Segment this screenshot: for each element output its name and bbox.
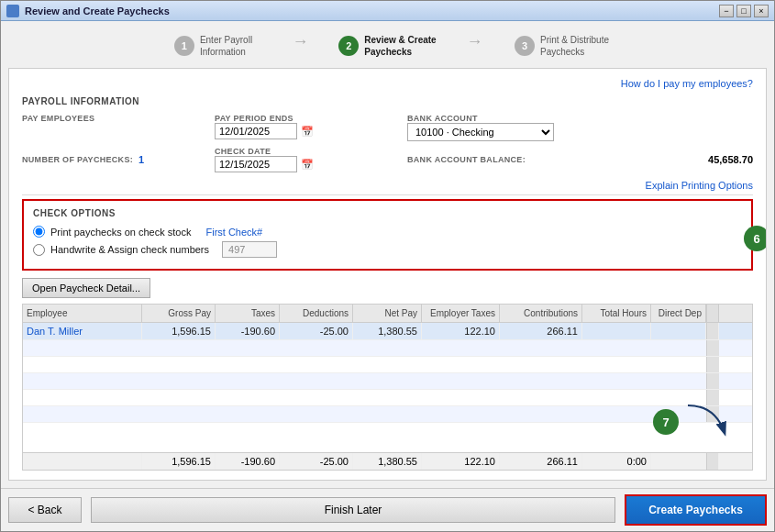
col-gross-pay: Gross Pay	[142, 305, 216, 322]
payroll-info-title: PAYROLL INFORMATION	[22, 96, 753, 106]
total-employer-taxes: 122.10	[422, 453, 500, 470]
create-paychecks-button[interactable]: Create Paychecks	[625, 494, 767, 526]
bank-account-group: BANK ACCOUNT 10100 · Checking	[407, 114, 753, 141]
help-link[interactable]: How do I pay my employees?	[22, 78, 753, 89]
wizard-steps: 1 Enter PayrollInformation → 2 Review & …	[1, 21, 774, 68]
balance-group: BANK ACCOUNT BALANCE: 45,658.70	[407, 147, 753, 172]
bottom-bar: < Back Finish Later Create Paychecks	[1, 488, 774, 531]
total-net-pay: 1,380.55	[353, 453, 422, 470]
paycheck-table: Employee Gross Pay Taxes Deductions Net …	[22, 304, 753, 471]
bank-account-dropdown-row: 10100 · Checking	[407, 123, 753, 141]
check-options-section: CHECK OPTIONS Print paychecks on check s…	[22, 199, 753, 271]
cell-employee[interactable]: Dan T. Miller	[23, 323, 142, 339]
handwrite-option-row: Handwrite & Assign check numbers	[33, 241, 742, 258]
step-1-circle: 1	[174, 36, 194, 56]
title-bar: Review and Create Paychecks − □ ×	[1, 1, 774, 21]
cell-employer-taxes: 122.10	[422, 323, 500, 339]
print-label: Print paychecks on check stock	[50, 227, 191, 238]
step-1-label: Enter PayrollInformation	[200, 34, 252, 58]
pay-employees-value	[22, 123, 205, 134]
num-paychecks-group: NUMBER OF PAYCHECKS: 1	[22, 147, 205, 172]
wizard-step-1: 1 Enter PayrollInformation	[149, 34, 278, 58]
scrollbar-header	[706, 305, 719, 322]
close-button[interactable]: ×	[754, 5, 769, 17]
num-paychecks-value: 1	[138, 154, 144, 165]
empty-row-6	[23, 406, 752, 423]
num-paychecks-label: NUMBER OF PAYCHECKS:	[22, 155, 133, 164]
main-content-area: How do I pay my employees? PAYROLL INFOR…	[8, 68, 767, 481]
col-net-pay: Net Pay	[353, 305, 422, 322]
step-2-header: 2 Review & CreatePaychecks	[338, 34, 436, 58]
total-scroll	[706, 453, 719, 470]
balance-label: BANK ACCOUNT BALANCE:	[407, 155, 526, 164]
step-2-circle: 2	[338, 36, 359, 56]
step-3-label: Print & DistributePaychecks	[540, 34, 609, 58]
empty-row-2	[23, 340, 752, 357]
col-employee: Employee	[23, 305, 142, 322]
window-controls: − □ ×	[719, 5, 769, 17]
main-window: Review and Create Paychecks − □ × 1 Ente…	[0, 0, 775, 532]
col-employer-taxes: Employer Taxes	[422, 305, 500, 322]
cell-total-hours	[582, 323, 651, 339]
wizard-step-2: 2 Review & CreatePaychecks	[324, 34, 452, 58]
total-contributions: 266.11	[500, 453, 582, 470]
window-title: Review and Create Paychecks	[25, 6, 170, 17]
check-number-input[interactable]	[222, 241, 277, 258]
payroll-info-grid: PAY EMPLOYEES PAY PERIOD ENDS 📅 BANK ACC…	[22, 114, 753, 172]
table-row[interactable]: Dan T. Miller 1,596.15 -190.60 -25.00 1,…	[23, 323, 752, 340]
pay-period-cal-icon[interactable]: 📅	[301, 126, 314, 138]
pay-period-input[interactable]	[215, 123, 297, 139]
check-date-cal-icon[interactable]: 📅	[301, 159, 314, 171]
check-options-wrapper: CHECK OPTIONS Print paychecks on check s…	[22, 199, 753, 278]
step-arrow-1: →	[278, 32, 324, 51]
bank-account-label: BANK ACCOUNT	[407, 114, 753, 123]
empty-row-5	[23, 390, 752, 406]
col-deductions: Deductions	[280, 305, 353, 322]
step-2-label: Review & CreatePaychecks	[364, 34, 436, 58]
handwrite-label: Handwrite & Assign check numbers	[50, 244, 209, 255]
dates-group: PAY PERIOD ENDS 📅	[215, 114, 398, 141]
title-bar-left: Review and Create Paychecks	[6, 5, 170, 17]
empty-row-3	[23, 357, 752, 373]
divider	[22, 194, 753, 195]
cell-taxes: -190.60	[216, 323, 280, 339]
check-date-group: CHECK DATE 📅	[215, 147, 398, 172]
app-icon	[6, 5, 19, 17]
step-3-header: 3 Print & DistributePaychecks	[515, 34, 609, 58]
check-date-input-row: 📅	[215, 156, 398, 172]
pay-period-label: PAY PERIOD ENDS	[215, 114, 398, 123]
restore-button[interactable]: □	[736, 5, 751, 17]
empty-row-4	[23, 373, 752, 390]
cell-direct-dep	[651, 323, 706, 339]
cell-gross-pay: 1,596.15	[142, 323, 216, 339]
first-check-link[interactable]: First Check#	[205, 227, 262, 238]
table-header: Employee Gross Pay Taxes Deductions Net …	[23, 305, 752, 323]
col-taxes: Taxes	[216, 305, 280, 322]
back-button[interactable]: < Back	[8, 497, 82, 523]
check-date-label: CHECK DATE	[215, 147, 398, 156]
check-date-input[interactable]	[215, 156, 297, 172]
window-content: 1 Enter PayrollInformation → 2 Review & …	[1, 21, 774, 531]
wizard-step-3: 3 Print & DistributePaychecks	[498, 34, 626, 58]
open-paycheck-button[interactable]: Open Paycheck Detail...	[22, 278, 150, 298]
handwrite-radio[interactable]	[33, 244, 45, 256]
col-contributions: Contributions	[500, 305, 582, 322]
print-radio[interactable]	[33, 226, 45, 238]
cell-contributions: 266.11	[500, 323, 582, 339]
minimize-button[interactable]: −	[719, 5, 734, 17]
table-body: Dan T. Miller 1,596.15 -190.60 -25.00 1,…	[23, 323, 752, 452]
explain-link[interactable]: Explain Printing Options	[22, 180, 753, 191]
total-hours: 0:00	[582, 453, 651, 470]
total-taxes: -190.60	[216, 453, 280, 470]
pay-period-input-row: 📅	[215, 123, 398, 139]
total-gross-pay: 1,596.15	[142, 453, 216, 470]
finish-later-button[interactable]: Finish Later	[91, 497, 615, 523]
step-3-circle: 3	[515, 36, 535, 56]
badge-6: 6	[744, 226, 767, 251]
col-total-hours: Total Hours	[582, 305, 651, 322]
scroll-cell-1	[706, 323, 719, 339]
bank-account-select[interactable]: 10100 · Checking	[407, 123, 554, 141]
pay-employees-label: PAY EMPLOYEES	[22, 114, 205, 123]
total-direct-dep	[651, 453, 706, 470]
cell-net-pay: 1,380.55	[353, 323, 422, 339]
